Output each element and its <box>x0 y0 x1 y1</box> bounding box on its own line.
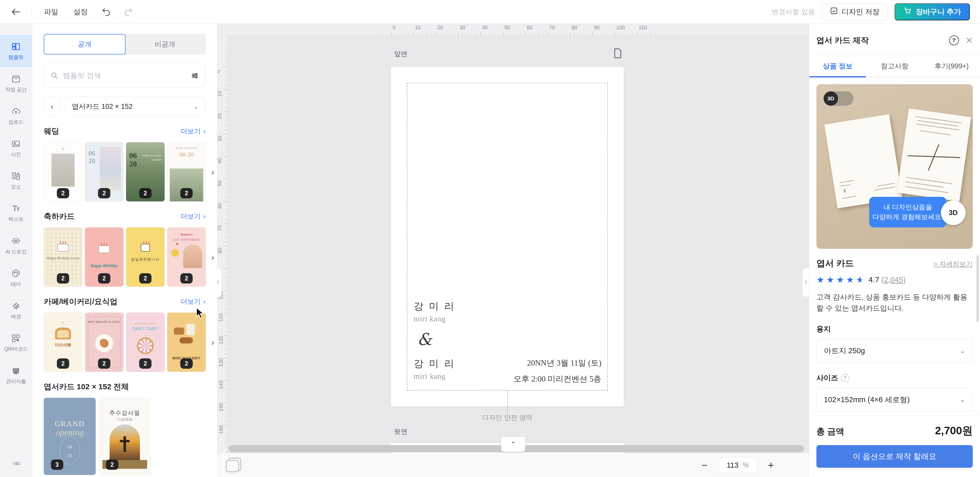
sidebar-item-workspace[interactable]: 작업 공간 <box>0 67 32 100</box>
back-icon[interactable] <box>10 6 22 17</box>
sidebar-item-background[interactable]: 배경 <box>0 294 32 327</box>
3d-fab-button[interactable]: 3D <box>941 200 966 225</box>
search-input[interactable] <box>63 72 186 80</box>
template-card[interactable]: SAVE THE DATE 06·20 2 <box>167 142 206 202</box>
design-name-top[interactable]: 강 미 리 <box>414 300 455 313</box>
size-back-button[interactable]: ‹ <box>44 97 60 116</box>
sidebar-item-text[interactable]: 텍스트 <box>0 197 32 229</box>
tab-notes[interactable]: 참고사항 <box>866 55 923 77</box>
chevron-right-icon: › <box>203 298 205 306</box>
unsaved-status: 변경사항 있음 <box>772 7 815 16</box>
star-icon: ★ <box>836 275 844 285</box>
tab-private[interactable]: 비공개 <box>124 34 206 54</box>
add-to-cart-button[interactable]: 장바구니 추가 <box>895 3 970 20</box>
star-icon: ★ <box>856 275 864 285</box>
3d-toggle[interactable]: 3D <box>824 91 853 106</box>
zoom-level-field[interactable]: 113 % <box>718 458 757 473</box>
design-ampersand[interactable]: & <box>417 330 432 349</box>
sidebar-item-photos[interactable]: 사진 <box>0 132 32 165</box>
size-dropdown[interactable]: 엽서카드 102 × 152 ⌄ <box>65 97 205 116</box>
sidebar-item-upload[interactable]: 업로드 <box>0 100 32 132</box>
page-count-badge: 2 <box>139 358 151 369</box>
sidebar-item-templates[interactable]: 템플릿 <box>0 35 32 67</box>
make-with-option-button[interactable]: 이 옵션으로 제작 할래요 <box>816 445 973 468</box>
sidebar-item-theme[interactable]: 테마 <box>0 262 32 294</box>
top-toolbar: 파일 설정 변경사항 있음 디자인 저장 장바구니 추가 <box>0 0 980 24</box>
carousel-next-icon[interactable]: › <box>212 337 214 347</box>
sidebar-item-ai-drawing[interactable]: AI 드로잉 <box>0 229 32 262</box>
template-card[interactable]: Siwoo's 1ST BIRTHDAY ♥ 2 <box>167 227 206 286</box>
text-icon <box>11 204 21 213</box>
panel-scrollbar[interactable] <box>977 255 979 322</box>
design-sub-top[interactable]: miri kang <box>414 315 446 323</box>
undo-icon[interactable] <box>100 6 112 18</box>
template-search[interactable] <box>44 64 205 87</box>
template-card[interactable]: GRAND opening 0932 3 <box>44 398 96 475</box>
close-icon[interactable]: ✕ <box>966 35 973 46</box>
template-card[interactable]: Happy Birthday to you 2 <box>44 227 82 286</box>
redo-icon[interactable] <box>122 6 135 18</box>
zoom-out-button[interactable]: − <box>697 458 712 472</box>
center-guide <box>507 391 508 415</box>
template-card[interactable]: 생일축하합니다 2 <box>126 227 165 286</box>
paper-select[interactable]: 아트지 250g ⌄ <box>816 339 973 363</box>
canvas-bottom-bar: − 113 % + <box>217 453 809 477</box>
design-date[interactable]: 20NN년 3월 11일 (토) <box>527 358 601 369</box>
sidebar-collapse-icon[interactable]: «« <box>0 458 32 468</box>
template-card[interactable]: MIRI BAKERY & CAFE 2 <box>85 313 124 372</box>
page-count-badge: 2 <box>57 358 69 369</box>
canvas-area[interactable]: 0102030405060708090100110 01020304050607… <box>217 24 809 477</box>
carousel-next-icon[interactable]: › <box>212 252 214 262</box>
product-preview: 3D <box>816 84 973 249</box>
front-artboard[interactable]: 강 미 리 miri kang & 강 미 리 miri kang 20NN년 … <box>391 67 624 407</box>
tab-product-info[interactable]: 상품 정보 <box>809 55 866 77</box>
bottom-collapse-button[interactable]: ⌃ <box>501 437 525 452</box>
template-card[interactable]: 추수감사절 기념예배 2 <box>99 398 151 475</box>
menu-file[interactable]: 파일 <box>41 5 61 19</box>
menu-settings[interactable]: 설정 <box>71 5 90 19</box>
front-page-label[interactable]: 앞면 <box>394 49 407 59</box>
design-name-bottom[interactable]: 강 미 리 <box>414 357 455 370</box>
template-card[interactable]: 0620 2 <box>85 142 124 202</box>
detail-link[interactable]: > 자세히보기 <box>934 259 973 269</box>
page-count-badge: 2 <box>57 273 69 283</box>
tab-public[interactable]: 공개 <box>44 34 126 54</box>
more-link-congrats[interactable]: 더보기› <box>181 212 205 221</box>
template-card[interactable]: MIRI BAKERY 미리베이커리 2 <box>167 313 206 372</box>
more-link-cafe[interactable]: 더보기› <box>181 297 205 306</box>
tab-reviews[interactable]: 후기(999+) <box>923 55 980 77</box>
size-select[interactable]: 102×152mm (4×6 세로형) ⌄ <box>816 388 973 412</box>
zoom-value: 113 <box>727 461 738 469</box>
elements-icon <box>11 172 21 181</box>
star-icon: ★ <box>826 275 834 285</box>
sidebar-item-qr-barcode[interactable]: QR/바코드 <box>0 327 32 359</box>
right-panel-handle[interactable]: ‖ <box>802 268 809 297</box>
carousel-next-icon[interactable]: › <box>212 167 214 177</box>
size-help-icon[interactable]: ? <box>841 374 850 382</box>
design-sub-bottom[interactable]: miri kang <box>414 372 446 380</box>
page-document-icon[interactable] <box>614 48 622 59</box>
pages-icon[interactable] <box>225 457 242 474</box>
template-panel: 공개 비공개 ‹ 엽서카드 102 × 152 ⌄ 웨딩 더보기› <box>32 24 217 477</box>
product-panel: 엽서 카드 제작 ? ✕ 상품 정보 참고사항 후기(999+) 3D <box>809 24 980 477</box>
save-design-button[interactable]: 디자인 저장 <box>822 3 888 20</box>
design-venue[interactable]: 오후 2:00 미리컨벤션 5층 <box>514 374 601 385</box>
zoom-controls: − 113 % + <box>697 458 778 473</box>
back-page-label[interactable]: 뒷면 <box>394 427 407 436</box>
filter-icon[interactable] <box>191 72 199 80</box>
more-link-wedding[interactable]: 더보기› <box>181 127 205 136</box>
template-card[interactable]: Happy Birthday 2 <box>85 227 124 286</box>
sidebar-item-admin-tools[interactable]: 관리자툴 <box>0 359 32 391</box>
sidebar-item-elements[interactable]: 요소 <box>0 165 32 197</box>
zoom-in-button[interactable]: + <box>764 458 778 472</box>
help-icon[interactable]: ? <box>949 35 959 45</box>
qr-barcode-icon <box>11 334 21 343</box>
review-count-link[interactable]: (2,045) <box>881 275 906 284</box>
template-card[interactable]: ❀미리식빵 2 <box>44 313 82 372</box>
template-card[interactable]: ✿ 2 <box>44 142 82 202</box>
preview-card-back <box>897 108 971 202</box>
template-card[interactable]: 0620 HONG GILDONGLEE MIRI 2 <box>126 142 165 202</box>
safe-area-caption: 디자인 안전 영역 <box>391 413 624 422</box>
template-card[interactable]: DESSERT CAFE TART-TART 2 <box>126 313 165 372</box>
left-panel-handle[interactable]: ‖ <box>215 268 222 297</box>
